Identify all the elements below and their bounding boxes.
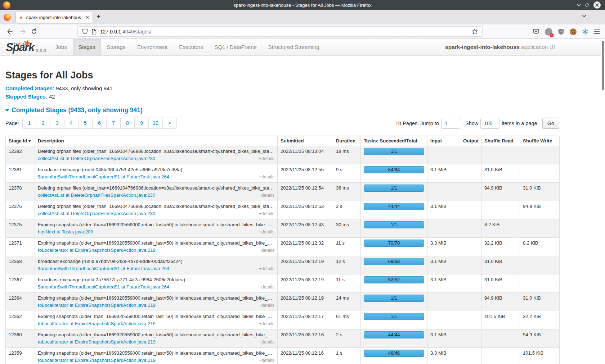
stage-submitted: 2022/11/25 08:12:19 [281,258,330,265]
page-scrollbar[interactable] [601,39,605,364]
spark-nav-item[interactable]: Executors [173,39,209,55]
hamburger-menu-icon[interactable] [594,29,600,34]
stage-detail-link[interactable]: toLocalIterator at ExpireSnapshotsSparkA… [38,357,156,364]
stage-detail-link[interactable]: $anonfun$withThreadLocalCaptured$1 at Fu… [38,173,169,181]
page-number-link[interactable]: 2 [36,118,50,129]
details-toggle[interactable]: +details [259,320,274,327]
stage-detail-link[interactable]: collectAsList at DeleteOrphanFilesSparkA… [38,192,155,199]
details-toggle[interactable]: +details [259,210,274,217]
col-duration[interactable]: Duration [333,136,361,146]
forward-button[interactable] [20,28,26,35]
details-toggle[interactable]: +details [259,173,274,181]
stage-submitted: 2022/11/25 08:12:32 [281,240,330,247]
extension-asterisk-icon[interactable] [582,28,588,35]
spark-nav-item[interactable]: Environment [131,39,173,55]
privacy-extension-icon[interactable] [545,28,552,36]
spark-nav-item[interactable]: Jobs [50,39,73,55]
stage-description: Expiring snapshots (older_than=166932055… [38,221,274,228]
window-maximize-button[interactable] [585,3,590,8]
page-number-link[interactable]: 4 [64,118,79,129]
col-input[interactable]: Input [427,136,460,146]
stage-detail-link[interactable]: collectAsList at DeleteOrphanFilesSparkA… [38,210,155,217]
details-toggle[interactable]: +details [259,357,274,364]
spark-logo[interactable]: ★ Spark APACHE 3.3.0 [0,39,50,55]
items-text: items in a page. [502,120,538,126]
stage-detail-link[interactable]: $anonfun$withThreadLocalCaptured$1 at Fu… [38,283,169,291]
tasks-progress-bar: 70/70 [364,240,424,247]
window-close-button[interactable] [593,1,601,9]
stage-detail-link[interactable]: toLocalIterator at ExpireSnapshotsSparkA… [38,338,156,346]
spark-nav-item[interactable]: Storage [101,39,131,55]
completed-stages-link[interactable]: Completed Stages: [5,85,54,91]
bookmark-star-icon[interactable] [472,28,478,35]
stage-id: 12367 [9,276,32,283]
spark-nav-item[interactable]: SQL / DataFrame [209,39,263,55]
skipped-stages-summary: Skipped Stages: 42 [5,92,559,101]
page-number-link[interactable]: 6 [93,118,107,129]
browser-tab[interactable]: ★ spark-ingest-into-lakehous ✕ [16,12,93,23]
page-info-icon[interactable] [91,29,97,35]
stage-shuffle-read: 32.2 KiB [484,240,517,247]
firefox-view-icon[interactable] [4,14,11,21]
stage-detail-link[interactable]: $anonfun$withThreadLocalCaptured$1 at Fu… [38,265,169,272]
details-toggle[interactable]: +details [259,228,274,236]
col-stage-id[interactable]: Stage Id ▾ [6,136,35,146]
window-minimize-button[interactable] [577,4,581,6]
spark-nav-item[interactable]: Structured Streaming [263,39,325,55]
col-submitted[interactable]: Submitted [278,136,333,146]
stage-id: 12382 [9,148,32,155]
stage-duration: 24 ms [336,295,358,302]
tasks-progress-bar: 84/84 [364,166,424,173]
pocket-icon[interactable] [533,28,539,35]
items-per-page-input[interactable] [480,118,499,129]
tab-close-icon[interactable]: ✕ [85,15,89,20]
details-toggle[interactable]: +details [259,283,274,291]
ublock-icon[interactable]: UO [558,28,564,35]
col-shuffle-read[interactable]: Shuffle Read [481,136,520,146]
stage-description: Expiring snapshots (older_than=166932055… [38,240,274,247]
stage-detail-link[interactable]: hasNext at Tasks.java:209 [38,228,93,236]
completed-stages-section-header[interactable]: Completed Stages (9433, only showing 941… [5,106,559,114]
page-number-link[interactable]: 8 [121,118,135,129]
details-toggle[interactable]: +details [259,192,274,199]
page-number-link[interactable]: 3 [50,118,64,129]
details-toggle[interactable]: +details [259,265,274,272]
col-tasks[interactable]: Tasks: Succeeded/Total [361,136,427,146]
page-number-link[interactable]: 9 [135,118,149,129]
stage-detail-link[interactable]: collectAsList at DeleteOrphanFilesSparkA… [38,155,155,162]
stage-detail-link[interactable]: toLocalIterator at ExpireSnapshotsSparkA… [38,320,156,327]
show-text: . Show [462,120,478,126]
list-all-tabs-icon[interactable] [582,14,586,17]
go-button[interactable]: Go [542,118,559,129]
col-shuffle-write[interactable]: Shuffle Write [520,136,560,146]
skipped-stages-link[interactable]: Skipped Stages: [5,94,48,100]
new-tab-button[interactable]: + [97,13,100,21]
page-label: Page: [5,120,19,126]
reload-button[interactable] [31,28,37,35]
stage-detail-link[interactable]: toLocalIterator at ExpireSnapshotsSparkA… [38,302,156,309]
url-bar[interactable]: 127.0.0.1:4040/stages/ [77,26,483,37]
stage-row: 12382 Deleting orphan files (older_than=… [6,146,560,164]
jump-to-page-input[interactable] [441,118,460,129]
stage-id: 12364 [9,295,32,302]
details-toggle[interactable]: +details [259,338,274,346]
page-number-link[interactable]: 7 [107,118,121,129]
page-number-link[interactable]: 10 [149,118,163,129]
stage-detail-link[interactable]: toLocalIterator at ExpireSnapshotsSparkA… [38,247,156,254]
cookie-extension-icon[interactable] [570,28,577,35]
back-button[interactable] [6,28,13,35]
page-number-link[interactable]: > [163,118,177,129]
stage-row: 12364 Expiring snapshots (older_than=166… [6,293,560,311]
spark-nav-item[interactable]: Stages [73,39,101,55]
page-number-link[interactable]: 5 [79,118,93,129]
col-output[interactable]: Output [460,136,481,146]
details-toggle[interactable]: +details [259,302,274,309]
scrollbar-thumb[interactable] [602,41,604,90]
details-toggle[interactable]: +details [259,155,274,162]
tasks-progress-bar: 52/52 [364,276,424,283]
details-toggle[interactable]: +details [259,247,274,254]
page-number-link[interactable]: 1 [22,118,36,129]
col-description[interactable]: Description [35,136,278,146]
window-title: spark-ingest-into-lakehouse - Stages for… [234,3,372,8]
tracking-protection-shield-icon[interactable] [82,28,88,35]
